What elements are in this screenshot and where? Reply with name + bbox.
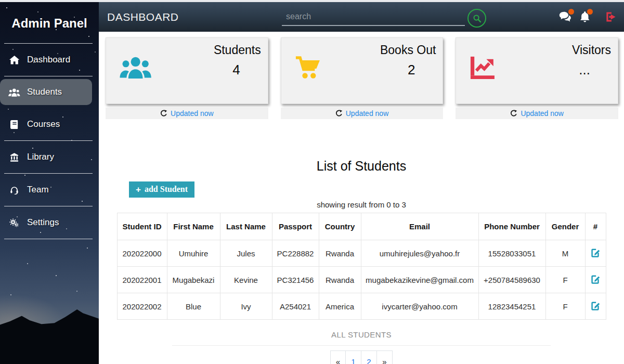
search-button[interactable] <box>467 9 486 28</box>
page-1[interactable]: 1 <box>346 350 361 364</box>
showing-results-text: showing result from 0 to 3 <box>99 200 624 209</box>
table-cell: Umuhire <box>167 240 220 267</box>
cogs-icon <box>8 218 21 227</box>
stat-card: Students4 <box>106 37 268 104</box>
logout-icon <box>605 11 617 23</box>
refresh-icon <box>160 110 167 117</box>
refresh-icon <box>510 110 517 117</box>
table-cell: PC321456 <box>272 267 319 293</box>
edit-icon <box>591 278 600 285</box>
table-cell: F <box>545 267 585 293</box>
edit-student-button[interactable] <box>590 301 601 311</box>
headset-icon <box>8 186 21 194</box>
sidebar-nav: DashboardStudentsCoursesLibraryTeamSetti… <box>0 44 99 239</box>
table-cell: +250784589630 <box>478 267 545 293</box>
stat-card-column: Visitors...Updated now <box>456 37 618 119</box>
divider <box>4 76 93 76</box>
main-content: Students4Updated nowBooks Out2Updated no… <box>99 32 624 364</box>
page-title: DASHBOARD <box>107 11 179 23</box>
search-icon <box>473 14 482 23</box>
table-cell-actions <box>585 293 606 320</box>
home-icon <box>8 56 21 64</box>
notifications-badge <box>587 9 593 15</box>
card-updated-link[interactable]: Updated now <box>521 109 564 118</box>
card-title: Students <box>106 38 268 57</box>
table-row: 202022001MugabekaziKevinePC321456Rwandam… <box>117 267 606 293</box>
table-cell: 202022000 <box>117 240 167 267</box>
notifications-button[interactable] <box>580 11 590 23</box>
edit-student-button[interactable] <box>590 248 601 258</box>
add-student-label: add Student <box>145 185 188 194</box>
table-cell: Kevine <box>220 267 272 293</box>
card-title: Visitors <box>456 38 618 57</box>
table-cell-actions <box>585 267 606 293</box>
card-footer: Updated now <box>456 108 618 119</box>
all-students-label: ALL STUDENTS <box>99 330 624 339</box>
topbar: DASHBOARD <box>99 2 624 32</box>
cart-icon <box>295 55 321 79</box>
university-icon <box>8 153 21 162</box>
column-header: First Name <box>167 213 220 240</box>
page-prev[interactable]: « <box>330 350 346 364</box>
table-cell: PC228882 <box>272 240 319 267</box>
table-cell: F <box>545 293 585 320</box>
table-cell: 15528033051 <box>478 240 545 267</box>
table-cell: A254021 <box>272 293 319 320</box>
sidebar-item-courses[interactable]: Courses <box>0 108 99 140</box>
column-header: Gender <box>545 213 585 240</box>
add-student-button[interactable]: + add Student <box>129 181 194 198</box>
table-cell: Mugabekazi <box>167 267 220 293</box>
logout-button[interactable] <box>605 11 617 23</box>
sidebar-item-students[interactable]: Students <box>0 79 92 105</box>
card-updated-link[interactable]: Updated now <box>346 109 389 118</box>
admin-app: Admin Panel DashboardStudentsCoursesLibr… <box>0 2 624 364</box>
table-row: 202022000UmuhireJulesPC228882Rwandaumuhi… <box>117 240 606 267</box>
column-header: Email <box>361 213 478 240</box>
messages-button[interactable] <box>559 11 571 22</box>
pagination: «12» <box>99 350 624 364</box>
table-cell: Ivy <box>220 293 272 320</box>
column-header: Passport <box>272 213 319 240</box>
card-footer: Updated now <box>106 108 268 119</box>
card-updated-link[interactable]: Updated now <box>171 109 214 118</box>
search-input[interactable] <box>282 8 465 26</box>
table-cell: 202022002 <box>117 293 167 320</box>
stat-card-column: Books Out2Updated now <box>281 37 444 119</box>
chart-icon <box>470 55 496 79</box>
column-header: Country <box>319 213 361 240</box>
sidebar-item-settings[interactable]: Settings <box>0 206 99 239</box>
page-2[interactable]: 2 <box>361 350 377 364</box>
refresh-icon <box>335 110 343 117</box>
table-cell-actions <box>585 240 606 267</box>
stat-card-column: Students4Updated now <box>106 37 268 119</box>
sidebar-item-label: Settings <box>27 217 59 228</box>
table-cell: Rwanda <box>319 267 361 293</box>
table-cell: Blue <box>167 293 220 320</box>
stat-card: Visitors... <box>456 37 618 104</box>
sidebar: Admin Panel DashboardStudentsCoursesLibr… <box>0 2 99 364</box>
section-heading: List of Students <box>99 159 624 174</box>
users-icon <box>120 55 151 79</box>
page-next[interactable]: » <box>377 350 393 364</box>
table-header-row: Student IDFirst NameLast NamePassportCou… <box>117 213 606 240</box>
messages-badge <box>568 9 574 15</box>
card-title: Books Out <box>281 38 443 57</box>
table-cell: 202022001 <box>117 267 167 293</box>
table-cell: Rwanda <box>319 240 361 267</box>
sidebar-item-label: Students <box>27 87 62 97</box>
column-header: Phone Number <box>478 213 545 240</box>
book-icon <box>8 120 21 129</box>
sidebar-item-library[interactable]: Library <box>0 141 99 173</box>
sidebar-item-team[interactable]: Team <box>0 174 99 206</box>
users-icon <box>8 88 21 97</box>
sidebar-item-dashboard[interactable]: Dashboard <box>0 44 99 76</box>
edit-icon <box>591 304 600 312</box>
sidebar-item-label: Library <box>27 152 54 162</box>
column-header: Student ID <box>117 213 167 240</box>
column-header: Last Name <box>220 213 272 240</box>
edit-icon <box>591 251 600 259</box>
plus-icon: + <box>136 185 141 194</box>
table-cell: mugabekazikevine@gmail.com <box>361 267 478 293</box>
sidebar-item-label: Team <box>27 185 49 195</box>
edit-student-button[interactable] <box>590 274 601 285</box>
